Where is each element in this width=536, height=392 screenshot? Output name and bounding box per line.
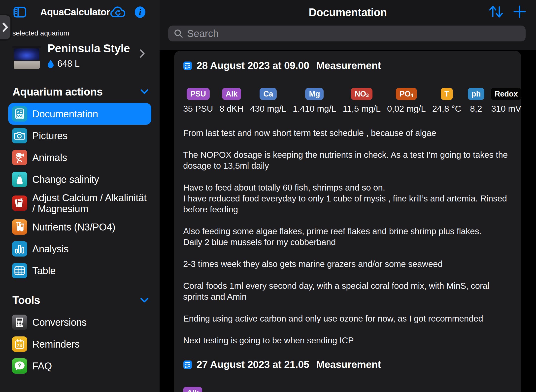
nutrients-icon — [12, 219, 27, 235]
param-value: 0,02 mg/L — [387, 104, 426, 114]
param-value: 1.410 mg/L — [293, 104, 336, 114]
water-drop-icon — [47, 60, 54, 68]
entry-header[interactable]: 27 August 2023 at 21.05Measurement — [183, 359, 512, 370]
aquarium-volume: 648 L — [47, 59, 130, 69]
chevron-down-icon — [140, 297, 149, 303]
animals-icon — [12, 150, 27, 165]
entry-notes: From last test and now short term test s… — [183, 128, 512, 346]
page-title: Documentation — [309, 6, 387, 19]
sidebar-item-analysis[interactable]: Analysis — [8, 238, 151, 260]
measurement-row: PSU35 PSUAlk8 dKHCa430 mg/LMg1.410 mg/LN… — [183, 88, 512, 114]
add-icon[interactable] — [513, 5, 526, 18]
note-paragraph: Have to feed about totally 60 fish, shri… — [183, 182, 512, 215]
sidebar-item-documentation[interactable]: ADocumentation — [8, 103, 151, 125]
param-value: 8,2 — [470, 104, 482, 114]
param-badge: T — [441, 88, 453, 100]
salinity-icon — [12, 172, 27, 187]
sidebar-item-nutrients-n3-po4-[interactable]: Nutrients (N3/PO4) — [8, 216, 151, 238]
search-placeholder: Search — [187, 28, 219, 39]
svg-text:A: A — [17, 110, 19, 114]
analysis-icon — [12, 241, 27, 257]
app-window: AquaCalculator i selected aquarium Penin… — [0, 0, 536, 392]
param-badge: Redox — [491, 88, 521, 100]
note-paragraph: The NOPOX dosage is keeping the nutrient… — [183, 149, 512, 171]
aquarium-photo — [12, 41, 41, 69]
measurement-alk: Alk8 dKH — [220, 88, 244, 114]
param-badge: PO4 — [396, 88, 417, 100]
sidebar-header: AquaCalculator i — [0, 0, 160, 18]
reminders-icon: 24 — [12, 336, 27, 352]
sidebar-toggle-icon[interactable] — [13, 7, 26, 18]
measurement-ca: Ca430 mg/L — [250, 88, 286, 114]
adjust-calcium-icon — [12, 196, 27, 211]
sidebar-item-label: Table — [32, 265, 56, 276]
sidebar: AquaCalculator i selected aquarium Penin… — [0, 0, 160, 392]
sidebar-item-label: Reminders — [32, 339, 80, 350]
param-badge: Alk — [183, 387, 202, 392]
cloud-sync-icon[interactable] — [110, 6, 125, 18]
sidebar-item-reminders[interactable]: 24Reminders — [8, 333, 151, 355]
calendar-icon — [183, 61, 192, 70]
measurement-mg: Mg1.410 mg/L — [293, 88, 336, 114]
svg-text:?: ? — [18, 362, 21, 368]
section-title: Tools — [12, 294, 40, 306]
note-paragraph: From last test and now short term test s… — [183, 128, 512, 138]
measurement-alk: Alk — [183, 387, 202, 392]
sidebar-list: Conversions24Reminders?FAQ — [0, 311, 160, 377]
measurement-ph: ph8,2 — [468, 88, 484, 114]
main-header: Documentation — [160, 0, 536, 50]
sidebar-item-faq[interactable]: ?FAQ — [8, 355, 151, 377]
svg-text:24: 24 — [17, 343, 22, 348]
param-value: 24,8 °C — [432, 104, 461, 114]
camera-icon — [12, 128, 27, 143]
note-paragraph: Next testing is going to be when sending… — [183, 335, 512, 346]
measurement-no3: NO311,5 mg/L — [343, 88, 381, 114]
entry-header[interactable]: 28 August 2023 at 09.00Measurement — [183, 60, 512, 71]
info-icon[interactable]: i — [135, 6, 145, 18]
chevron-right-icon — [140, 49, 145, 58]
sidebar-item-conversions[interactable]: Conversions — [8, 311, 151, 333]
note-paragraph: 2-3 times week they also gets marine gra… — [183, 259, 512, 269]
selected-aquarium-label: selected aquarium — [12, 29, 160, 37]
section-title: Aquarium actions — [12, 86, 103, 98]
entry-date: 28 August 2023 at 09.00 — [197, 60, 309, 71]
param-badge: PSU — [187, 88, 210, 100]
chevron-right-icon — [2, 22, 8, 32]
sidebar-drag-handle[interactable] — [0, 15, 10, 39]
sidebar-item-adjust-calcium-alkalinit-t-magnesium[interactable]: Adjust Calcium / Alkalinität / Magnesium — [8, 190, 151, 216]
measurement-po4: PO40,02 mg/L — [387, 88, 426, 114]
param-value: 310 mV — [491, 104, 521, 114]
sort-icon[interactable] — [488, 4, 504, 19]
aquarium-name: Peninsula Style — [47, 42, 130, 55]
param-value: 11,5 mg/L — [343, 104, 381, 114]
search-input[interactable]: Search — [168, 26, 526, 41]
sidebar-item-table[interactable]: Table — [8, 260, 151, 282]
measurement-row: Alk — [183, 387, 512, 392]
sidebar-item-label: Animals — [32, 152, 67, 163]
section-header-aquarium-actions[interactable]: Aquarium actions — [12, 86, 149, 98]
documentation-icon: A — [12, 106, 27, 122]
param-badge: ph — [468, 88, 484, 100]
faq-icon: ? — [12, 358, 27, 374]
app-title: AquaCalculator — [40, 7, 110, 18]
param-value: 430 mg/L — [250, 104, 286, 114]
sidebar-list: ADocumentationPicturesAnimalsChange sali… — [0, 103, 160, 282]
sidebar-item-label: Change salinity — [32, 174, 99, 185]
sidebar-item-label: Adjust Calcium / Alkalinität / Magnesium — [32, 192, 148, 214]
sidebar-item-label: Conversions — [32, 317, 87, 328]
sidebar-item-label: Analysis — [32, 243, 69, 254]
entry-type: Measurement — [316, 60, 381, 71]
main-panel: Documentation — [160, 0, 536, 392]
measurement-redox: Redox310 mV — [491, 88, 521, 114]
sidebar-item-change-salinity[interactable]: Change salinity — [8, 168, 151, 190]
chevron-down-icon — [140, 89, 149, 95]
sidebar-item-label: Pictures — [32, 130, 67, 141]
sidebar-item-pictures[interactable]: Pictures — [8, 125, 151, 147]
section-header-tools[interactable]: Tools — [12, 294, 149, 306]
aquarium-selector[interactable]: Peninsula Style 648 L — [12, 41, 150, 69]
sidebar-item-label: Documentation — [32, 108, 98, 119]
param-value: 8 dKH — [220, 104, 244, 114]
table-icon — [12, 263, 27, 278]
sidebar-item-animals[interactable]: Animals — [8, 147, 151, 168]
documentation-feed[interactable]: 28 August 2023 at 09.00MeasurementPSU35 … — [174, 51, 521, 392]
